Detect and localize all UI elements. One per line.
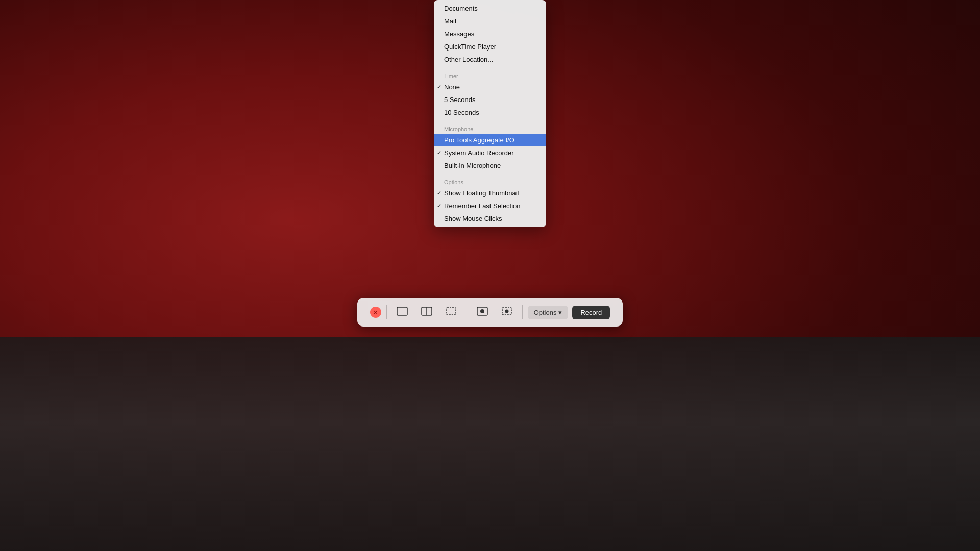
menu-item-built-in-mic[interactable]: Built-in Microphone bbox=[434, 159, 546, 172]
divider-2 bbox=[467, 305, 467, 319]
dropdown-menu: Documents Mail Messages QuickTime Player… bbox=[434, 0, 546, 227]
menu-item-documents[interactable]: Documents bbox=[434, 2, 546, 15]
menu-item-floating-thumbnail-label: Show Floating Thumbnail bbox=[444, 189, 519, 197]
menu-item-remember-last-label: Remember Last Selection bbox=[444, 202, 521, 210]
menu-item-system-audio-label: System Audio Recorder bbox=[444, 149, 514, 157]
menu-item-other-location[interactable]: Other Location... bbox=[434, 53, 546, 66]
record-button[interactable]: Record bbox=[572, 306, 610, 319]
section-label-timer: Timer bbox=[434, 70, 546, 81]
separator-1 bbox=[434, 68, 546, 68]
separator-3 bbox=[434, 174, 546, 174]
divider-3 bbox=[522, 305, 523, 319]
menu-item-quicktime-label: QuickTime Player bbox=[444, 43, 496, 51]
capture-selection-icon bbox=[446, 307, 457, 318]
options-button[interactable]: Options ▾ bbox=[528, 306, 569, 319]
capture-window-icon bbox=[397, 307, 408, 318]
options-chevron-icon: ▾ bbox=[558, 309, 562, 316]
menu-item-pro-tools-label: Pro Tools Aggregate I/O bbox=[444, 136, 514, 144]
capture-window-button[interactable] bbox=[392, 302, 412, 322]
capture-window-split-icon bbox=[421, 307, 432, 318]
menu-item-none[interactable]: ✓ None bbox=[434, 81, 546, 93]
menu-item-10-seconds[interactable]: 10 Seconds bbox=[434, 106, 546, 119]
record-screen-button[interactable] bbox=[472, 302, 493, 322]
svg-point-7 bbox=[505, 309, 508, 313]
capture-window-split-button[interactable] bbox=[416, 302, 437, 322]
menu-item-5-seconds[interactable]: 5 Seconds bbox=[434, 93, 546, 106]
menu-item-10-seconds-label: 10 Seconds bbox=[444, 109, 479, 116]
menu-item-documents-label: Documents bbox=[444, 5, 478, 12]
close-icon: ✕ bbox=[373, 309, 378, 316]
capture-selection-button[interactable] bbox=[441, 302, 461, 322]
record-selection-icon bbox=[501, 307, 512, 318]
checkmark-floating-thumbnail: ✓ bbox=[437, 190, 442, 196]
menu-item-mail[interactable]: Mail bbox=[434, 15, 546, 28]
menu-item-pro-tools[interactable]: Pro Tools Aggregate I/O bbox=[434, 134, 546, 146]
record-label: Record bbox=[580, 309, 602, 316]
section-label-options: Options bbox=[434, 177, 546, 187]
menu-item-built-in-mic-label: Built-in Microphone bbox=[444, 162, 501, 169]
svg-point-5 bbox=[480, 309, 484, 313]
checkmark-remember-last: ✓ bbox=[437, 203, 442, 209]
menu-item-5-seconds-label: 5 Seconds bbox=[444, 96, 475, 104]
checkmark-none: ✓ bbox=[437, 84, 442, 90]
menu-item-quicktime[interactable]: QuickTime Player bbox=[434, 40, 546, 53]
menu-item-floating-thumbnail[interactable]: ✓ Show Floating Thumbnail bbox=[434, 187, 546, 199]
divider-1 bbox=[386, 305, 387, 319]
menu-item-none-label: None bbox=[444, 83, 460, 91]
options-label: Options bbox=[534, 309, 557, 316]
separator-2 bbox=[434, 121, 546, 121]
menu-item-messages-label: Messages bbox=[444, 30, 474, 38]
menu-item-remember-last[interactable]: ✓ Remember Last Selection bbox=[434, 199, 546, 212]
keyboard-area bbox=[0, 337, 980, 551]
menu-item-messages[interactable]: Messages bbox=[434, 28, 546, 40]
svg-rect-3 bbox=[447, 308, 456, 315]
menu-item-other-location-label: Other Location... bbox=[444, 56, 493, 63]
section-label-microphone: Microphone bbox=[434, 123, 546, 134]
svg-rect-0 bbox=[397, 307, 407, 315]
menu-item-show-mouse-clicks[interactable]: Show Mouse Clicks bbox=[434, 212, 546, 225]
close-button[interactable]: ✕ bbox=[370, 307, 381, 318]
checkmark-system-audio: ✓ bbox=[437, 149, 442, 156]
menu-item-show-mouse-clicks-label: Show Mouse Clicks bbox=[444, 215, 502, 222]
toolbar: ✕ bbox=[357, 298, 623, 327]
record-screen-icon bbox=[477, 307, 488, 318]
record-selection-button[interactable] bbox=[497, 302, 517, 322]
menu-item-mail-label: Mail bbox=[444, 17, 456, 25]
menu-item-system-audio[interactable]: ✓ System Audio Recorder bbox=[434, 146, 546, 159]
